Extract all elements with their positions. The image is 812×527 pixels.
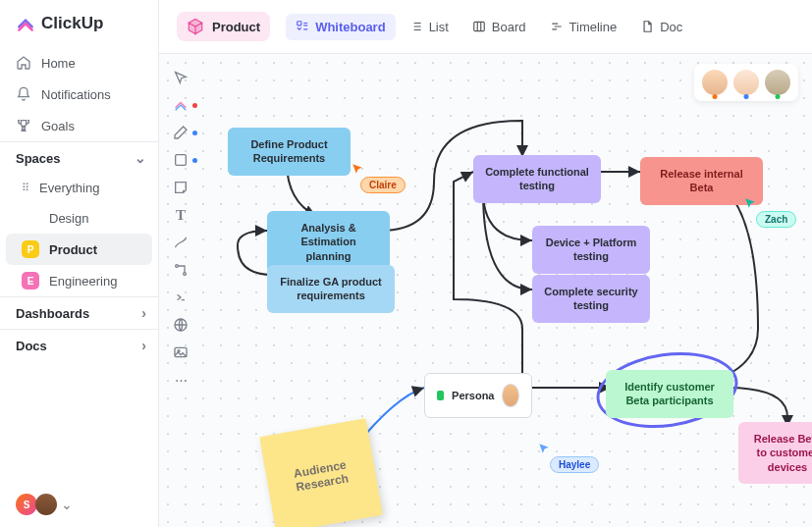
section-dashboards[interactable]: Dashboards ›	[0, 296, 158, 329]
persona-avatar	[502, 384, 519, 407]
tool-sticky[interactable]	[172, 179, 189, 196]
board-icon	[472, 20, 486, 33]
node-functional[interactable]: Complete functional testing	[473, 155, 601, 203]
user-avatar-1[interactable]: S	[16, 494, 37, 515]
svg-rect-2	[176, 155, 187, 166]
breadcrumb-label: Product	[212, 20, 260, 34]
space-product-label: Product	[49, 242, 97, 257]
tab-board-label: Board	[492, 20, 526, 34]
sticky-note[interactable]: Audience Research	[259, 418, 383, 527]
nav-goals[interactable]: Goals	[0, 110, 158, 141]
sidebar: ClickUp Home Notifications Goals Spaces …	[0, 0, 159, 527]
tool-code[interactable]	[172, 289, 189, 306]
trophy-icon	[16, 118, 31, 133]
tab-whiteboard-label: Whiteboard	[315, 20, 386, 34]
space-design-label: Design	[49, 211, 88, 226]
space-design-badge: D	[22, 209, 39, 227]
tool-text[interactable]: T	[172, 206, 189, 224]
tab-timeline[interactable]: Timeline	[540, 14, 627, 40]
section-spaces-label: Spaces	[16, 151, 61, 166]
tool-pen[interactable]	[172, 124, 189, 141]
tab-whiteboard[interactable]: Whiteboard	[286, 14, 396, 40]
home-icon	[16, 55, 31, 71]
topbar: Product Whiteboard List Board Timeline D…	[159, 0, 812, 54]
tab-list[interactable]: List	[400, 14, 459, 40]
nav-home[interactable]: Home	[0, 47, 158, 79]
tab-doc-label: Doc	[660, 20, 682, 34]
whiteboard-canvas[interactable]: Define Product Requirements Analysis & E…	[159, 54, 812, 527]
nav-notifications-label: Notifications	[41, 87, 111, 102]
node-device[interactable]: Device + Platform testing	[532, 226, 650, 274]
section-docs-label: Docs	[16, 339, 47, 353]
brand-text: ClickUp	[41, 14, 103, 33]
cursor-zach-tag: Zach	[756, 211, 796, 228]
nav-home-label: Home	[41, 56, 76, 71]
space-everything[interactable]: ⠿ Everything	[6, 174, 152, 202]
section-dashboards-label: Dashboards	[16, 306, 89, 321]
logo[interactable]: ClickUp	[0, 0, 158, 47]
cursor-haylee-tag: Haylee	[550, 456, 599, 473]
list-icon	[409, 20, 423, 33]
clickup-logo-icon	[16, 14, 35, 33]
main: Product Whiteboard List Board Timeline D…	[159, 0, 812, 527]
tab-board[interactable]: Board	[462, 14, 536, 40]
tool-shape[interactable]	[172, 151, 189, 169]
chevron-down-icon: ⌄	[135, 150, 146, 166]
space-engineering-badge: E	[22, 272, 39, 290]
node-analysis[interactable]: Analysis & Estimation planning	[267, 211, 390, 273]
presence-avatars[interactable]	[694, 64, 798, 101]
chevron-down-icon[interactable]: ⌄	[61, 497, 73, 512]
node-security[interactable]: Complete security testing	[532, 275, 650, 323]
sidebar-footer: S ⌄	[0, 482, 158, 527]
presence-avatar-2[interactable]	[733, 70, 759, 95]
tool-frame[interactable]	[172, 261, 189, 279]
status-dot-icon	[437, 391, 444, 400]
tool-item[interactable]	[172, 96, 189, 114]
connector-lines	[159, 54, 812, 527]
cursor-haylee	[537, 442, 551, 458]
node-persona-label: Persona	[452, 389, 494, 402]
space-engineering-label: Engineering	[49, 274, 117, 289]
nav-goals-label: Goals	[41, 119, 75, 133]
node-persona[interactable]: Persona	[424, 373, 532, 418]
svg-point-3	[176, 265, 179, 268]
user-avatar-2[interactable]	[35, 494, 57, 515]
space-engineering[interactable]: E Engineering	[6, 265, 152, 296]
svg-rect-0	[298, 22, 301, 26]
cube-icon	[187, 18, 204, 35]
cursor-claire	[351, 162, 364, 179]
svg-point-4	[184, 273, 187, 276]
space-product[interactable]: P Product	[6, 234, 152, 265]
tool-image[interactable]	[172, 343, 189, 361]
tool-connector[interactable]	[172, 234, 189, 251]
cursor-zach	[743, 196, 757, 213]
cursor-claire-tag: Claire	[360, 177, 406, 193]
bell-icon	[16, 86, 31, 102]
node-release-beta[interactable]: Release Beta to customer devices	[738, 422, 812, 484]
space-everything-label: Everything	[39, 181, 99, 195]
presence-avatar-3[interactable]	[765, 70, 790, 95]
presence-avatar-1[interactable]	[702, 70, 728, 95]
node-finalize[interactable]: Finalize GA product requirements	[267, 265, 395, 313]
space-design[interactable]: D Design	[6, 202, 152, 234]
breadcrumb[interactable]: Product	[177, 12, 270, 41]
section-docs[interactable]: Docs ›	[0, 329, 158, 361]
node-identify[interactable]: Identify customer Beta participants	[606, 370, 733, 418]
tool-web[interactable]	[172, 316, 189, 334]
whiteboard-toolbar: T ⋯	[167, 59, 194, 389]
tab-doc[interactable]: Doc	[630, 14, 692, 40]
svg-rect-1	[474, 22, 485, 30]
space-product-badge: P	[22, 240, 39, 258]
node-define[interactable]: Define Product Requirements	[228, 128, 351, 176]
section-spaces[interactable]: Spaces ⌄	[0, 141, 158, 174]
tab-list-label: List	[429, 20, 449, 34]
nav-notifications[interactable]: Notifications	[0, 79, 158, 110]
grid-icon: ⠿	[22, 182, 29, 194]
tool-select[interactable]	[172, 69, 189, 86]
timeline-icon	[550, 20, 564, 33]
chevron-right-icon: ›	[141, 305, 146, 321]
tab-timeline-label: Timeline	[569, 20, 618, 34]
chevron-right-icon: ›	[141, 338, 146, 353]
tool-more[interactable]: ⋯	[172, 371, 189, 389]
whiteboard-icon	[296, 20, 309, 33]
